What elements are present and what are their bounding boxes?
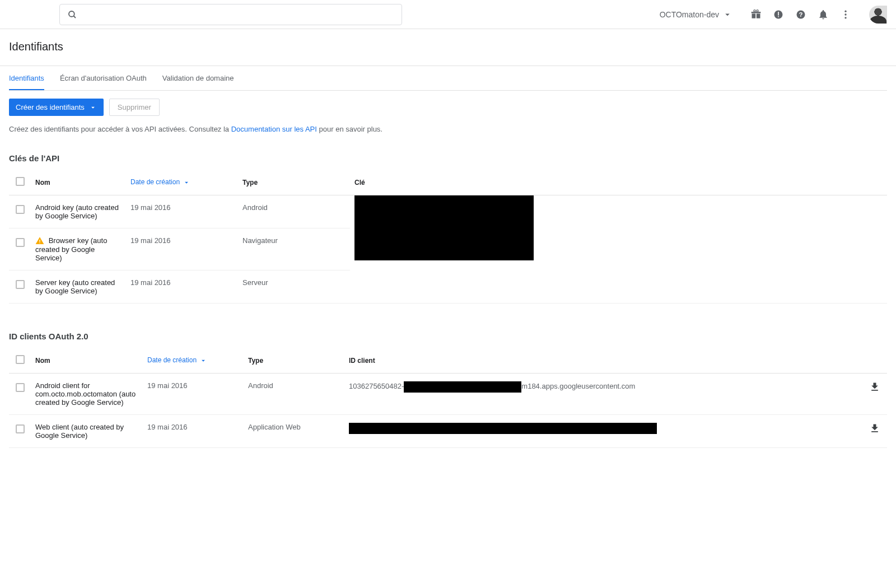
svg-text:?: ? xyxy=(799,11,803,17)
client-id xyxy=(344,415,865,448)
svg-rect-4 xyxy=(752,12,761,13)
svg-point-5 xyxy=(754,10,755,11)
svg-point-13 xyxy=(844,13,846,15)
key-name[interactable]: Android key (auto created by Google Serv… xyxy=(31,195,126,228)
col-name[interactable]: Nom xyxy=(31,348,143,374)
col-type[interactable]: Type xyxy=(238,170,350,195)
tab-oauth-consent[interactable]: Écran d'autorisation OAuth xyxy=(60,66,147,90)
help-icon[interactable]: ? xyxy=(795,9,806,20)
key-type: Serveur xyxy=(238,270,350,304)
api-keys-title: Clés de l'API xyxy=(9,153,887,163)
redacted-client-id xyxy=(349,423,657,434)
redacted-client-id xyxy=(404,381,521,393)
client-date: 19 mai 2016 xyxy=(143,415,244,448)
page-title: Identifiants xyxy=(0,29,896,66)
client-name[interactable]: Android client for com.octo.mob.octomato… xyxy=(31,374,143,415)
svg-point-0 xyxy=(69,11,74,17)
svg-rect-16 xyxy=(39,242,40,243)
project-selector[interactable]: OCTOmaton-dev xyxy=(655,10,737,20)
tab-credentials[interactable]: Identifiants xyxy=(9,66,44,90)
row-checkbox[interactable] xyxy=(16,280,25,289)
oauth-clients-section: ID clients OAuth 2.0 Nom Date de créatio… xyxy=(9,332,887,448)
alert-icon[interactable] xyxy=(773,9,784,20)
col-date[interactable]: Date de création xyxy=(143,348,244,374)
svg-rect-9 xyxy=(778,16,779,17)
create-credentials-label: Créer des identifiants xyxy=(16,103,85,111)
key-type: Android xyxy=(238,195,350,228)
gift-icon[interactable] xyxy=(750,9,762,20)
tabs: Identifiants Écran d'autorisation OAuth … xyxy=(9,66,887,91)
select-all-checkbox[interactable] xyxy=(16,177,25,186)
warning-icon xyxy=(35,236,44,245)
project-name: OCTOmaton-dev xyxy=(660,10,719,19)
client-name[interactable]: Web client (auto created by Google Servi… xyxy=(31,415,143,448)
svg-rect-8 xyxy=(778,12,779,16)
svg-rect-3 xyxy=(757,13,760,18)
search-box[interactable] xyxy=(59,4,402,25)
search-icon xyxy=(67,9,78,20)
client-date: 19 mai 2016 xyxy=(143,374,244,415)
key-date: 19 mai 2016 xyxy=(126,228,238,270)
more-icon[interactable] xyxy=(840,9,851,20)
oauth-clients-title: ID clients OAuth 2.0 xyxy=(9,332,887,341)
key-type: Navigateur xyxy=(238,228,350,270)
table-row: Web client (auto created by Google Servi… xyxy=(9,415,887,448)
svg-rect-15 xyxy=(39,240,40,242)
key-date: 19 mai 2016 xyxy=(126,270,238,304)
create-credentials-button[interactable]: Créer des identifiants xyxy=(9,99,104,116)
svg-line-1 xyxy=(73,16,76,18)
top-header: OCTOmaton-dev ? xyxy=(0,0,896,29)
col-name[interactable]: Nom xyxy=(31,170,126,195)
help-suffix: pour en savoir plus. xyxy=(317,125,382,133)
help-prefix: Créez des identifiants pour accéder à vo… xyxy=(9,125,231,133)
client-id: 1036275650482-m184.apps.googleuserconten… xyxy=(344,374,865,415)
col-client-id[interactable]: ID client xyxy=(344,348,865,374)
client-type: Android xyxy=(244,374,344,415)
key-name[interactable]: Server key (auto created by Google Servi… xyxy=(31,270,126,304)
help-text: Créez des identifiants pour accéder à vo… xyxy=(9,125,887,133)
client-type: Application Web xyxy=(244,415,344,448)
avatar[interactable] xyxy=(869,6,887,24)
table-row: Android key (auto created by Google Serv… xyxy=(9,195,887,228)
oauth-clients-table: Nom Date de création Type ID client Andr… xyxy=(9,348,887,448)
row-checkbox[interactable] xyxy=(16,383,25,392)
download-icon[interactable] xyxy=(869,381,883,393)
key-name[interactable]: Browser key (auto created by Google Serv… xyxy=(31,228,126,270)
redacted-key xyxy=(354,195,534,260)
col-date[interactable]: Date de création xyxy=(126,170,238,195)
delete-button[interactable]: Supprimer xyxy=(109,99,160,116)
svg-point-14 xyxy=(844,17,846,18)
action-row: Créer des identifiants Supprimer xyxy=(9,99,887,116)
svg-rect-2 xyxy=(752,13,756,18)
help-link[interactable]: Documentation sur les API xyxy=(231,125,317,133)
header-icons: ? xyxy=(750,6,887,24)
notifications-icon[interactable] xyxy=(818,9,829,20)
row-checkbox[interactable] xyxy=(16,205,25,214)
key-date: 19 mai 2016 xyxy=(126,195,238,228)
search-input[interactable] xyxy=(83,10,395,20)
col-key[interactable]: Clé xyxy=(350,170,887,195)
select-all-checkbox[interactable] xyxy=(16,355,25,364)
api-keys-table: Nom Date de création Type Clé Android ke… xyxy=(9,170,887,304)
svg-point-6 xyxy=(757,10,758,11)
svg-point-12 xyxy=(844,10,846,12)
row-checkbox[interactable] xyxy=(16,238,25,247)
tab-domain-verification[interactable]: Validation de domaine xyxy=(162,66,234,90)
table-row: Server key (auto created by Google Servi… xyxy=(9,270,887,304)
api-keys-section: Clés de l'API Nom Date de création Type … xyxy=(9,153,887,304)
col-type[interactable]: Type xyxy=(244,348,344,374)
row-checkbox[interactable] xyxy=(16,424,25,433)
table-row: Android client for com.octo.mob.octomato… xyxy=(9,374,887,415)
download-icon[interactable] xyxy=(869,423,883,434)
